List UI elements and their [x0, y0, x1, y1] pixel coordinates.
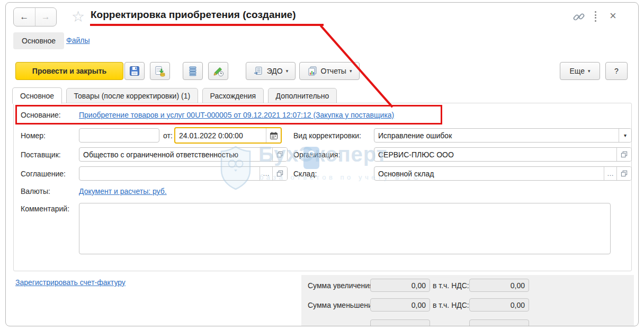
vat-extra-field [469, 319, 529, 326]
doc-tab-strip: Основное Товары (после корректировки) (1… [12, 87, 338, 104]
sum-extra-field [370, 319, 430, 326]
tab-dopolnitelno[interactable]: Дополнительно [268, 88, 337, 104]
register-records-button[interactable] [183, 62, 203, 80]
postavshik-field[interactable]: Общество с ограниченной ответственностью [79, 147, 288, 162]
reports-dropdown-icon: ▾ [350, 68, 352, 74]
vat-decrease-field: 0,00 [469, 298, 529, 312]
nav-tab-files[interactable]: Файлы [66, 36, 90, 45]
open-icon [620, 170, 628, 177]
organizatsiya-field[interactable]: СЕРВИС-ПЛЮС ООО [374, 147, 632, 162]
more-dropdown-icon: ▾ [588, 68, 591, 74]
save-button[interactable] [124, 62, 145, 80]
screenshot-stage: ← → ☆ Корректировка приобретения (создан… [0, 0, 644, 329]
valuty-label: Валюты: [21, 187, 50, 195]
annotation-title-underline [90, 24, 324, 26]
nav-tab-main[interactable]: Основное [13, 32, 64, 49]
reports-button[interactable]: Отчеты ▾ [299, 62, 360, 80]
valuty-link[interactable]: Документ и расчеты: руб. [79, 187, 167, 195]
soglashenie-field[interactable]: … [79, 166, 288, 181]
floppy-save-icon [129, 65, 140, 77]
tab-tovary[interactable]: Товары (после корректировки) (1) [66, 88, 198, 104]
date-value: 24.01.2022 0:00:00 [175, 128, 266, 143]
postavshik-value: Общество с ограниченной ответственностью [79, 148, 272, 161]
sklad-field[interactable]: Основной склад … [374, 166, 632, 181]
forward-button[interactable]: → [35, 8, 57, 26]
back-button[interactable]: ← [14, 8, 35, 26]
vat-increase-field: 0,00 [469, 279, 529, 292]
edo-button[interactable]: ЭДО ▾ [246, 62, 296, 80]
calendar-button[interactable] [266, 128, 281, 143]
sklad-choose-button[interactable]: … [604, 167, 616, 180]
nomer-field[interactable] [79, 128, 159, 143]
more-label: Еще [569, 67, 585, 75]
vat-increase-label: в т.ч. НДС: [433, 281, 469, 290]
history-nav-group: ← → [13, 7, 57, 26]
sum-decrease-field: 0,00 [370, 298, 430, 312]
comment-label: Комментарий: [21, 204, 69, 213]
vid-korrektirovki-combo[interactable]: Исправление ошибок ▾ [374, 128, 632, 143]
organizatsiya-label: Организация: [293, 150, 340, 159]
soglashenie-open-button[interactable] [272, 167, 287, 180]
soglashenie-choose-button[interactable]: … [260, 167, 272, 180]
back-arrow-icon: ← [20, 12, 29, 22]
post-and-close-label: Провести и закрыть [32, 67, 106, 75]
open-icon [276, 150, 284, 158]
sum-increase-label: Сумма увеличения: [308, 281, 375, 290]
osnovanie-label: Основание: [21, 111, 61, 119]
register-invoice-link[interactable]: Зарегистрировать счет-фактуру [15, 278, 126, 287]
tab-osnovnoe[interactable]: Основное [12, 87, 62, 104]
pencil-clock-icon [212, 65, 224, 77]
date-field[interactable]: 24.01.2022 0:00:00 [174, 127, 282, 144]
reports-chart-icon [307, 66, 318, 76]
postavshik-label: Поставщик: [21, 150, 61, 159]
copy-link-icon[interactable] [573, 11, 585, 23]
favorite-star-icon[interactable]: ☆ [71, 10, 85, 24]
reports-label: Отчеты [321, 67, 346, 75]
sklad-value: Основной склад [374, 167, 604, 180]
postavshik-open-button[interactable] [272, 148, 287, 161]
deferred-posting-button[interactable] [208, 62, 228, 80]
sklad-label: Склад: [293, 170, 317, 178]
page-title: Корректировка приобретения (создание) [91, 9, 296, 21]
forward-arrow-icon: → [41, 12, 50, 22]
sklad-open-button[interactable] [616, 167, 631, 180]
soglashenie-label: Соглашение: [21, 170, 66, 178]
open-icon [276, 170, 284, 177]
sum-increase-field: 0,00 [370, 279, 430, 292]
comment-field[interactable] [79, 203, 611, 254]
post-document-button[interactable] [150, 62, 170, 80]
tab-raskhozhdeniya[interactable]: Расхождения [202, 88, 264, 104]
more-menu-icon[interactable] [595, 11, 596, 22]
register-records-icon [187, 65, 199, 77]
post-and-close-button[interactable]: Провести и закрыть [15, 62, 123, 80]
organizatsiya-open-button[interactable] [616, 148, 631, 161]
open-icon [620, 150, 628, 158]
vid-korrektirovki-value: Исправление ошибок [374, 129, 619, 142]
edo-label: ЭДО [267, 67, 283, 75]
document-window: ← → ☆ Корректировка приобретения (создан… [5, 2, 639, 326]
help-label: ? [614, 67, 619, 75]
vat-decrease-label: в т.ч. НДС: [433, 301, 469, 309]
organizatsiya-value: СЕРВИС-ПЛЮС ООО [374, 148, 616, 161]
edo-exchange-icon [253, 66, 264, 76]
more-button[interactable]: Еще ▾ [560, 62, 600, 80]
help-button[interactable]: ? [605, 62, 628, 80]
vid-korrektirovki-label: Вид корректировки: [293, 131, 361, 140]
nomer-label: Номер: [21, 131, 46, 140]
close-icon[interactable]: × [610, 10, 616, 22]
osnovanie-link[interactable]: Приобретение товаров и услуг 00UT-000005… [79, 111, 394, 119]
sum-decrease-label: Сумма уменьшения: [308, 301, 378, 309]
combo-dropdown-icon[interactable]: ▾ [619, 129, 631, 142]
edo-dropdown-icon: ▾ [286, 68, 289, 74]
calendar-icon [270, 131, 278, 140]
post-document-icon [154, 65, 166, 77]
date-from-label: от: [163, 131, 173, 140]
